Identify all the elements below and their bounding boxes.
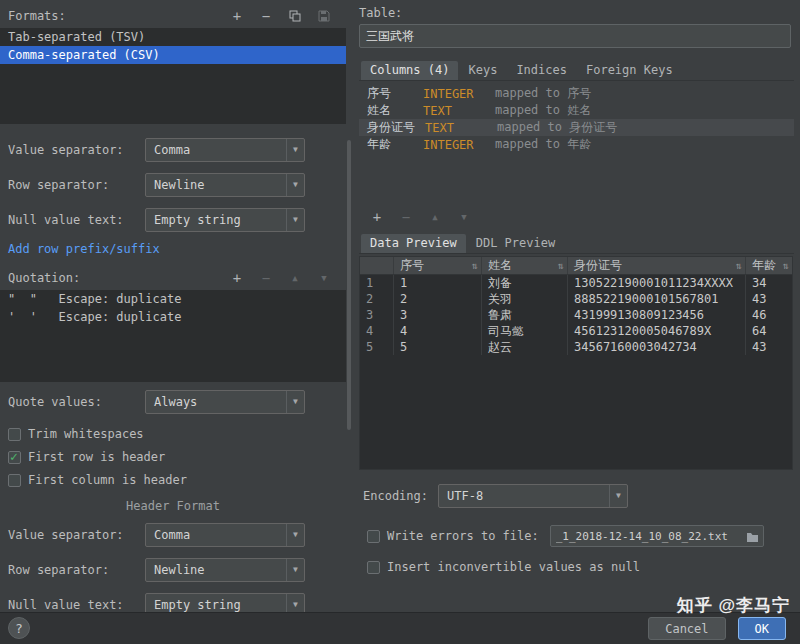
row-separator-select[interactable]: Newline ▼	[145, 173, 305, 197]
hf-row-separator-select[interactable]: Newline ▼	[145, 558, 305, 582]
mapping-row[interactable]: 年龄 INTEGER mapped to 年龄	[359, 136, 794, 153]
ok-button[interactable]: OK	[738, 617, 786, 640]
quote-values-row: Quote values: Always ▼	[0, 390, 346, 414]
quotation-label: Quotation:	[8, 271, 80, 285]
csv-import-dialog: { "left": { "formats": { "label": "Forma…	[0, 0, 800, 644]
column-header[interactable]: 姓名 ⇅	[482, 257, 568, 274]
tab-columns[interactable]: Columns (4)	[361, 61, 458, 80]
move-down-icon[interactable]: ▼	[316, 270, 332, 286]
cell: 2	[394, 291, 482, 307]
table-row[interactable]: 2 2 关羽 88852219000101567801 43	[360, 291, 792, 307]
remove-format-icon[interactable]: −	[258, 8, 274, 24]
column-name: 序号	[367, 85, 413, 102]
encoding-select[interactable]: UTF-8 ▼	[438, 484, 628, 508]
formats-toolbar: + −	[229, 8, 332, 24]
error-file-input[interactable]	[551, 530, 743, 543]
sort-icon[interactable]: ⇅	[736, 260, 742, 271]
value-separator-select[interactable]: Comma ▼	[145, 138, 305, 162]
table-row[interactable]: 3 3 鲁肃 431999130809123456 46	[360, 307, 792, 323]
move-down-icon[interactable]: ▼	[456, 209, 472, 225]
quotation-item-single[interactable]: ' ' Escape: duplicate	[0, 308, 346, 326]
sort-icon[interactable]: ⇅	[783, 260, 789, 271]
cell: 64	[746, 323, 792, 339]
cell: 43	[746, 291, 792, 307]
move-up-icon[interactable]: ▲	[287, 270, 303, 286]
table-row[interactable]: 4 4 司马懿 456123120005046789X 64	[360, 323, 792, 339]
hf-value-separator-select[interactable]: Comma ▼	[145, 523, 305, 547]
column-type: TEXT	[423, 104, 495, 118]
formats-header: Formats: + −	[0, 6, 346, 26]
first-column-header-row: First column is header	[0, 473, 346, 487]
watermark-text: 知乎 @李马宁	[677, 594, 790, 617]
row-number: 3	[360, 307, 394, 323]
first-column-header-checkbox[interactable]	[8, 474, 21, 487]
tab-indices[interactable]: Indices	[507, 61, 576, 80]
quotation-header: Quotation: + − ▲ ▼	[0, 268, 346, 288]
help-button[interactable]: ?	[8, 617, 30, 639]
cell: 司马懿	[482, 323, 568, 339]
add-quotation-icon[interactable]: +	[229, 270, 245, 286]
sort-icon[interactable]: ⇅	[472, 260, 478, 271]
quotation-list: " " Escape: duplicate ' ' Escape: duplic…	[0, 290, 346, 382]
mapping-row[interactable]: 姓名 TEXT mapped to 姓名	[359, 102, 794, 119]
trim-whitespaces-checkbox[interactable]	[8, 428, 21, 441]
column-header[interactable]: 序号 ⇅	[394, 257, 482, 274]
chevron-down-icon: ▼	[286, 139, 304, 161]
table-name-input[interactable]	[359, 24, 791, 48]
format-item-csv[interactable]: Comma-separated (CSV)	[0, 46, 346, 64]
format-item-tsv[interactable]: Tab-separated (TSV)	[0, 28, 346, 46]
hf-null-value-select[interactable]: Empty string ▼	[145, 593, 305, 612]
encoding-label: Encoding:	[363, 489, 428, 503]
columns-toolbar: + − ▲ ▼	[359, 207, 794, 227]
table-row[interactable]: 5 5 赵云 34567160003042734 43	[360, 339, 792, 355]
quote-values-select[interactable]: Always ▼	[145, 390, 305, 414]
save-format-icon[interactable]	[316, 8, 332, 24]
cancel-button[interactable]: Cancel	[648, 617, 725, 640]
formats-list: Tab-separated (TSV) Comma-separated (CSV…	[0, 28, 346, 124]
cell: 130522190001011234XXXX	[568, 275, 746, 291]
column-type: INTEGER	[423, 138, 495, 152]
write-errors-checkbox[interactable]	[367, 530, 380, 543]
duplicate-format-icon[interactable]	[287, 8, 303, 24]
tab-data-preview[interactable]: Data Preview	[361, 234, 466, 253]
column-mapping: mapped to 年龄	[495, 136, 591, 153]
cell: 88852219000101567801	[568, 291, 746, 307]
column-header[interactable]: 身份证号 ⇅	[568, 257, 746, 274]
row-separator-label: Row separator:	[8, 178, 145, 192]
cell: 34	[746, 275, 792, 291]
column-header[interactable]: 年龄 ⇅	[746, 257, 792, 274]
tab-foreign-keys[interactable]: Foreign Keys	[577, 61, 682, 80]
chevron-down-icon: ▼	[286, 174, 304, 196]
insert-null-checkbox[interactable]	[367, 561, 380, 574]
tab-keys[interactable]: Keys	[459, 61, 506, 80]
remove-quotation-icon[interactable]: −	[258, 270, 274, 286]
move-up-icon[interactable]: ▲	[427, 209, 443, 225]
table-label: Table:	[359, 6, 794, 22]
mapping-row[interactable]: 序号 INTEGER mapped to 序号	[359, 85, 794, 102]
mapping-row[interactable]: 身份证号 TEXT mapped to 身份证号	[359, 119, 794, 136]
null-value-label: Null value text:	[8, 213, 145, 227]
left-pane-scrollbar[interactable]	[347, 140, 351, 430]
encoding-row: Encoding: UTF-8 ▼	[359, 484, 794, 508]
formats-pane: Formats: + − Tab-separated (TSV) Comma-s…	[0, 0, 346, 612]
quotation-item-double[interactable]: " " Escape: duplicate	[0, 290, 346, 308]
folder-icon[interactable]	[743, 531, 763, 542]
sort-icon[interactable]: ⇅	[558, 260, 564, 271]
chevron-down-icon: ▼	[286, 391, 304, 413]
add-format-icon[interactable]: +	[229, 8, 245, 24]
add-column-icon[interactable]: +	[369, 209, 385, 225]
cell: 刘备	[482, 275, 568, 291]
tab-ddl-preview[interactable]: DDL Preview	[467, 234, 564, 253]
add-row-prefix-suffix-link[interactable]: Add row prefix/suffix	[8, 242, 160, 260]
hf-null-value-label: Null value text:	[8, 598, 145, 612]
cell: 431999130809123456	[568, 307, 746, 323]
hf-null-value-value: Empty string	[154, 598, 241, 612]
remove-column-icon[interactable]: −	[398, 209, 414, 225]
null-value-select[interactable]: Empty string ▼	[145, 208, 305, 232]
cell: 4	[394, 323, 482, 339]
table-row[interactable]: 1 1 刘备 130522190001011234XXXX 34	[360, 275, 792, 291]
first-row-header-checkbox[interactable]	[8, 451, 21, 464]
row-number: 2	[360, 291, 394, 307]
table-pane: Table: Columns (4) Keys Indices Foreign …	[355, 0, 800, 612]
cell: 43	[746, 339, 792, 355]
